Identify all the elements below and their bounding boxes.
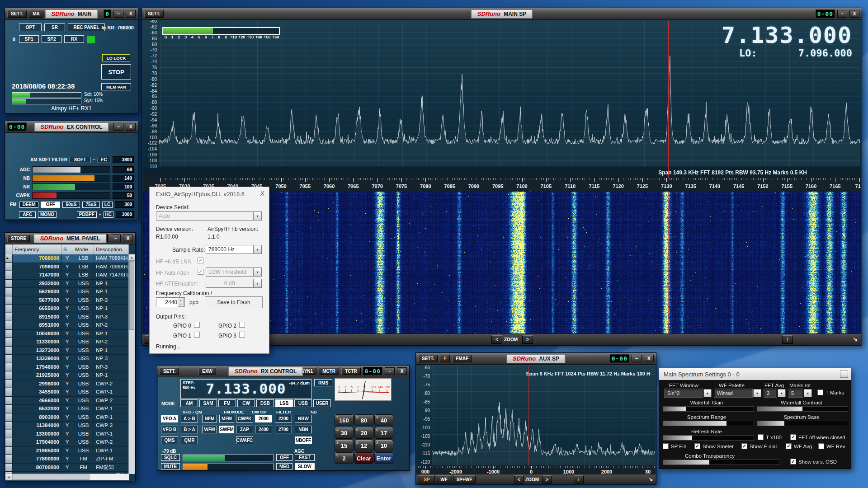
spinner-down-icon[interactable]: ▼: [178, 302, 184, 307]
table-row[interactable]: 6532000YUSBCWP-1: [5, 405, 129, 413]
lna-checkbox[interactable]: ✓: [198, 258, 203, 263]
2200-button[interactable]: 2200: [275, 415, 292, 422]
gpio0-checkbox[interactable]: [194, 322, 200, 328]
pdbpf-button[interactable]: PDBPF: [77, 211, 97, 218]
row-gutter[interactable]: [5, 296, 13, 305]
mode-am-button[interactable]: AM: [180, 399, 198, 407]
close-button[interactable]: X: [126, 10, 136, 18]
info-button[interactable]: i: [574, 475, 584, 483]
fft-window-select[interactable]: Sin^3▼: [665, 389, 712, 397]
rms-button[interactable]: RMS: [314, 379, 332, 386]
table-row[interactable]: 2932000YUSBNP-1: [5, 280, 129, 288]
minimize-button[interactable]: –: [632, 355, 642, 362]
close-button[interactable]: X: [849, 10, 859, 18]
table-row[interactable]: ►7088000YLSBHAM 7088KHz: [5, 254, 129, 263]
show-cursor-osd-checkbox[interactable]: ✓Show curs. OSD: [790, 459, 837, 465]
mem-titlebar[interactable]: STORE SDRunoMEM. PANEL 0-00 – X: [5, 233, 135, 244]
mode-dsb-button[interactable]: DSB: [256, 399, 274, 407]
table-row[interactable]: 7096000YLSBHAM 7096KHz: [5, 263, 129, 272]
main-sp-titlebar[interactable]: SETT. SDRunoMAIN SP 0-00 – X: [142, 8, 862, 20]
table-row[interactable]: 4666000YUSBCWP-2: [5, 397, 129, 405]
info-button[interactable]: i: [782, 335, 793, 344]
sr-button[interactable]: SR: [44, 23, 65, 31]
sp-wf-mode-button[interactable]: SP+WF: [453, 475, 476, 483]
key-10[interactable]: 103: [374, 440, 393, 451]
calibration-spinner[interactable]: 2440 ▲ ▼: [156, 297, 185, 307]
table-row[interactable]: 6655000YUSBNP-1: [5, 305, 129, 313]
75us-button[interactable]: 75uS: [82, 202, 100, 208]
mode-user-button[interactable]: USER: [313, 399, 331, 407]
row-gutter[interactable]: [5, 447, 13, 455]
sp1-button[interactable]: SP1: [19, 35, 39, 43]
attenuation-select[interactable]: 0 dB▼: [206, 279, 262, 288]
key-40[interactable]: 409: [374, 414, 393, 426]
wf-palette-select[interactable]: Winrad▼: [714, 389, 761, 397]
t-x100-checkbox[interactable]: T x100: [758, 434, 782, 440]
row-gutter[interactable]: [5, 413, 13, 422]
scrollbar-thumb[interactable]: [12, 474, 90, 480]
afc-button[interactable]: AFC: [19, 211, 36, 218]
minimize-button[interactable]: –: [385, 367, 395, 375]
agc-slider[interactable]: [32, 166, 110, 173]
settings-titlebar[interactable]: Main Spectrum Settings 0 - 0: [659, 368, 851, 380]
soft-button[interactable]: SOFT: [70, 157, 90, 163]
wf-avg-checkbox[interactable]: ✓WF Avg: [786, 443, 812, 449]
sp2-button[interactable]: SP2: [42, 35, 61, 43]
mode-fm-button[interactable]: FM: [218, 399, 236, 407]
close-icon[interactable]: X: [260, 190, 264, 197]
column-header[interactable]: Frequency: [13, 244, 61, 254]
row-gutter[interactable]: [5, 405, 13, 413]
row-gutter[interactable]: [5, 397, 13, 405]
wfm-button[interactable]: WFM: [202, 426, 217, 433]
row-gutter[interactable]: [5, 355, 13, 363]
sample-rate-select[interactable]: 768000 Hz▼: [206, 245, 262, 254]
table-row[interactable]: 8915000YUSBNP-3: [5, 313, 129, 322]
device-serial-select[interactable]: Auto▼: [156, 211, 262, 221]
wf-mode-button[interactable]: WF: [436, 475, 452, 483]
key-80[interactable]: 808: [354, 414, 373, 426]
agc-off-button[interactable]: OFF: [276, 454, 292, 461]
t-marks-checkbox[interactable]: T Marks: [817, 389, 844, 395]
fc-button[interactable]: FC: [98, 157, 110, 163]
table-row[interactable]: 21985000YUSBCWP-1: [5, 447, 129, 455]
swfm-button[interactable]: SWFM: [219, 426, 234, 433]
nfm-button[interactable]: NFM: [202, 415, 217, 422]
close-button[interactable]: X: [123, 235, 133, 242]
zoom-in-button[interactable]: >: [522, 335, 533, 344]
close-button[interactable]: X: [397, 367, 407, 375]
main-titlebar[interactable]: SETT. MA SDRunoMAIN 0 – X: [5, 8, 138, 20]
close-button[interactable]: X: [126, 123, 136, 131]
vfo-a-button[interactable]: VFO A: [161, 415, 178, 422]
agc-slow-button[interactable]: SLOW: [295, 463, 315, 470]
table-row[interactable]: 5628000YUSBNP-1: [5, 288, 129, 296]
auto-atten-checkbox[interactable]: ✓: [198, 269, 203, 275]
deemphasis-off-button[interactable]: OFF: [41, 202, 60, 208]
zoom-out-button[interactable]: <: [491, 335, 502, 344]
key-clear[interactable]: Clear: [354, 452, 373, 464]
filter-edge-high[interactable]: [528, 366, 529, 474]
row-gutter[interactable]: [5, 280, 13, 288]
mute-button[interactable]: MUTE: [161, 463, 180, 470]
table-row[interactable]: 2998000YUSBCWP-2: [5, 380, 129, 389]
row-gutter[interactable]: [5, 363, 13, 371]
minimize-button[interactable]: –: [837, 10, 847, 18]
scroll-left-icon[interactable]: ◄: [5, 474, 12, 480]
waterfall-gain-slider[interactable]: [663, 406, 754, 412]
key-15[interactable]: 151: [335, 440, 354, 451]
table-row[interactable]: 8903000YUSBCWP-1: [5, 413, 129, 422]
save-to-flash-button[interactable]: Save to Flash: [205, 296, 263, 308]
marks-int-select[interactable]: 5▼: [788, 389, 812, 397]
tuned-frequency-cursor[interactable]: [668, 21, 669, 178]
sqlc-button[interactable]: SQLC: [161, 454, 180, 461]
lc-button[interactable]: LC: [102, 202, 113, 208]
mode-sam-button[interactable]: SAM: [199, 399, 217, 407]
table-row[interactable]: 13273000YUSBNP-1: [5, 347, 129, 355]
minimize-button[interactable]: –: [113, 10, 123, 18]
aux-sett-button[interactable]: SETT.: [418, 355, 438, 362]
scrollbar-thumb[interactable]: [129, 261, 134, 330]
mem-pan-button[interactable]: MEM PAN: [101, 83, 131, 90]
mode-cw-button[interactable]: CW: [237, 399, 255, 407]
row-gutter[interactable]: [5, 347, 13, 355]
row-gutter[interactable]: [5, 380, 13, 388]
row-gutter[interactable]: ►: [5, 254, 13, 263]
